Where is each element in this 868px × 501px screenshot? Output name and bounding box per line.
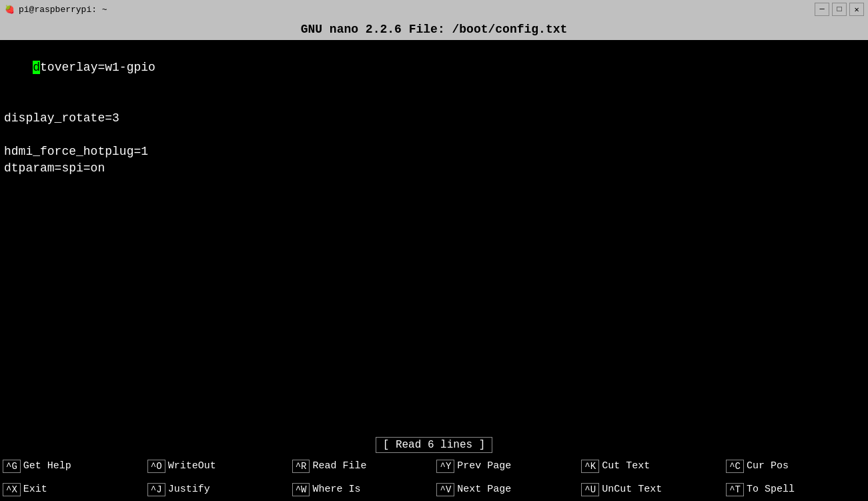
shortcut-key-0: ^G [3, 460, 21, 473]
shortcut-key-7: ^J [147, 483, 165, 496]
editor-line-4: hdmi_force_hotplug=1 [4, 143, 864, 160]
title-bar-left: 🍓 pi@raspberrypi: ~ [4, 4, 107, 15]
shortcut-label-8: Where Is [312, 484, 360, 495]
shortcut-item-3[interactable]: ^YPrev Page [434, 454, 578, 478]
shortcut-label-0: Get Help [23, 460, 71, 472]
shortcut-key-8: ^W [292, 483, 310, 496]
shortcut-item-2[interactable]: ^RRead File [290, 454, 434, 478]
minimize-button[interactable]: ─ [815, 3, 829, 16]
status-bar: [ Read 6 lines ] [0, 436, 868, 454]
title-bar-icon: 🍓 [4, 4, 15, 15]
shortcut-key-2: ^R [292, 460, 310, 473]
shortcut-key-11: ^T [726, 483, 744, 496]
editor-line-2: display_rotate=3 [4, 110, 864, 127]
shortcut-key-5: ^C [726, 460, 744, 473]
shortcut-item-4[interactable]: ^KCut Text [578, 454, 723, 478]
shortcut-label-9: Next Page [457, 484, 511, 495]
shortcut-item-11[interactable]: ^TTo Spell [723, 478, 868, 501]
shortcut-label-6: Exit [23, 484, 47, 495]
shortcut-label-5: Cur Pos [747, 460, 789, 472]
shortcut-item-6[interactable]: ^XExit [0, 478, 145, 501]
shortcut-label-4: Cut Text [602, 460, 650, 472]
maximize-button[interactable]: □ [832, 3, 847, 16]
shortcut-label-7: Justify [168, 484, 210, 495]
title-bar: 🍓 pi@raspberrypi: ~ ─ □ ✕ [0, 0, 868, 19]
shortcut-item-10[interactable]: ^UUnCut Text [578, 478, 723, 501]
shortcut-item-9[interactable]: ^VNext Page [434, 478, 578, 501]
shortcut-key-10: ^U [581, 483, 599, 496]
shortcut-label-1: WriteOut [168, 460, 216, 472]
shortcut-key-6: ^X [3, 483, 21, 496]
shortcut-item-1[interactable]: ^OWriteOut [145, 454, 290, 478]
nano-header: GNU nano 2.2.6 File: /boot/config.txt [0, 19, 868, 40]
shortcut-label-3: Prev Page [457, 460, 511, 472]
shortcut-label-2: Read File [312, 460, 366, 472]
shortcut-item-8[interactable]: ^WWhere Is [290, 478, 434, 501]
editor-line-1 [4, 93, 864, 110]
editor-line-3 [4, 127, 864, 143]
shortcuts-bar: ^GGet Help^OWriteOut^RRead File^YPrev Pa… [0, 454, 868, 501]
editor-area[interactable]: dtoverlay=w1-gpio display_rotate=3 hdmi_… [0, 40, 868, 436]
title-bar-title: pi@raspberrypi: ~ [19, 5, 107, 15]
shortcut-label-10: UnCut Text [602, 484, 662, 495]
shortcut-item-7[interactable]: ^JJustify [145, 478, 290, 501]
shortcut-item-5[interactable]: ^CCur Pos [723, 454, 868, 478]
shortcut-key-1: ^O [147, 460, 165, 473]
shortcut-key-4: ^K [581, 460, 599, 473]
editor-line-0: dtoverlay=w1-gpio [4, 43, 864, 93]
editor-line-5: dtparam=spi=on [4, 160, 864, 177]
shortcut-item-0[interactable]: ^GGet Help [0, 454, 145, 478]
status-message: [ Read 6 lines ] [376, 437, 493, 453]
window-controls: ─ □ ✕ [815, 3, 864, 16]
shortcut-key-9: ^V [436, 483, 454, 496]
shortcut-label-11: To Spell [747, 484, 795, 495]
cursor: d [33, 61, 40, 74]
shortcut-key-3: ^Y [436, 460, 454, 473]
close-button[interactable]: ✕ [849, 3, 864, 16]
